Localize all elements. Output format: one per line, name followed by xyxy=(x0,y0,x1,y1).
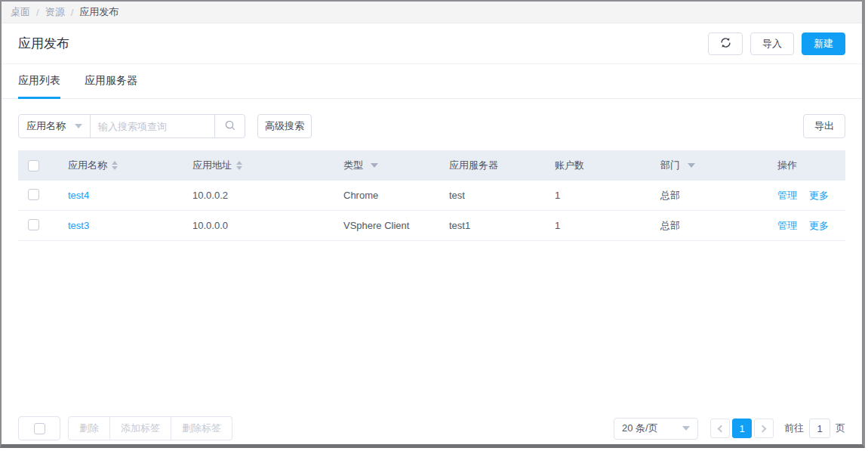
chevron-left-icon xyxy=(718,425,725,432)
next-page-button[interactable] xyxy=(754,419,774,438)
row-select-cell xyxy=(18,219,68,233)
table-row: test4 10.0.0.2 Chrome test 1 总部 管理 更多 xyxy=(18,181,845,211)
search-button[interactable] xyxy=(214,115,245,137)
column-label: 应用地址 xyxy=(192,159,232,172)
table-body: test4 10.0.0.2 Chrome test 1 总部 管理 更多 te… xyxy=(18,181,845,241)
app-server-cell: test xyxy=(449,190,555,201)
refresh-icon xyxy=(720,37,731,51)
breadcrumb-desktop[interactable]: 桌面 xyxy=(11,5,30,19)
remove-tag-button[interactable]: 删除标签 xyxy=(171,416,232,440)
more-link[interactable]: 更多 xyxy=(809,219,829,233)
advanced-search-button[interactable]: 高级搜索 xyxy=(257,114,312,138)
actions-cell: 管理 更多 xyxy=(777,189,845,202)
column-header-department: 部门 xyxy=(660,159,777,172)
goto-page-input[interactable] xyxy=(809,419,830,438)
add-tag-button[interactable]: 添加标签 xyxy=(110,416,171,440)
search-input[interactable] xyxy=(91,115,214,137)
import-button[interactable]: 导入 xyxy=(750,32,794,55)
column-label: 账户数 xyxy=(555,159,584,172)
page-size-select[interactable]: 20 条/页 xyxy=(614,418,698,440)
select-all-checkbox[interactable] xyxy=(28,160,39,171)
refresh-button[interactable] xyxy=(708,32,743,55)
footer-bar: 删除 添加标签 删除标签 20 条/页 1 前往 页 xyxy=(18,416,845,440)
column-header-app-name: 应用名称 xyxy=(68,159,192,172)
column-header-type: 类型 xyxy=(343,159,449,172)
select-all-cell xyxy=(18,160,68,171)
column-label: 操作 xyxy=(777,159,797,172)
sort-icon[interactable] xyxy=(236,161,242,170)
tab-app-servers[interactable]: 应用服务器 xyxy=(85,64,137,99)
column-header-accounts: 账户数 xyxy=(555,159,660,172)
pagination: 20 条/页 1 前往 页 xyxy=(614,418,845,440)
department-cell: 总部 xyxy=(660,189,777,202)
chevron-down-icon xyxy=(682,426,690,431)
app-name-link[interactable]: test3 xyxy=(68,220,89,231)
search-field-value: 应用名称 xyxy=(26,119,66,133)
goto-page: 前往 页 xyxy=(784,419,845,438)
sort-icon[interactable] xyxy=(112,161,118,170)
column-label: 应用服务器 xyxy=(449,159,498,172)
pager: 1 xyxy=(710,419,774,438)
column-header-actions: 操作 xyxy=(777,159,845,172)
export-button[interactable]: 导出 xyxy=(803,114,845,138)
row-checkbox[interactable] xyxy=(28,189,39,200)
breadcrumb-separator: / xyxy=(71,7,74,18)
page-size-value: 20 条/页 xyxy=(622,422,658,435)
manage-link[interactable]: 管理 xyxy=(777,219,797,233)
page-title: 应用发布 xyxy=(18,35,69,52)
row-select-cell xyxy=(18,189,68,202)
table-header-row: 应用名称 应用地址 类型 应用服务器 账户数 部门 操作 xyxy=(18,150,845,181)
page-header: 应用发布 导入 新建 xyxy=(2,23,862,64)
column-label: 应用名称 xyxy=(68,159,107,172)
breadcrumb-current: 应用发布 xyxy=(79,5,119,19)
app-name-cell: test3 xyxy=(68,220,192,231)
column-header-app-server: 应用服务器 xyxy=(449,159,555,172)
type-cell: VSphere Client xyxy=(343,220,449,231)
column-label: 部门 xyxy=(660,159,680,172)
chevron-down-icon xyxy=(75,124,82,128)
current-page-button[interactable]: 1 xyxy=(732,419,752,438)
toolbar: 应用名称 高级搜索 导出 xyxy=(2,114,862,138)
goto-label: 前往 xyxy=(784,422,804,435)
tabs: 应用列表 应用服务器 xyxy=(2,64,862,99)
breadcrumb: 桌面 / 资源 / 应用发布 xyxy=(2,2,862,23)
search-field-select[interactable]: 应用名称 xyxy=(19,115,91,137)
header-actions: 导入 新建 xyxy=(708,32,845,55)
app-address-cell: 10.0.0.2 xyxy=(192,190,343,201)
app-address-cell: 10.0.0.0 xyxy=(192,220,343,231)
bulk-actions: 删除 添加标签 删除标签 xyxy=(68,416,232,440)
column-header-app-address: 应用地址 xyxy=(192,159,343,172)
app-window: 桌面 / 资源 / 应用发布 应用发布 导入 新建 应用 xyxy=(0,0,865,448)
app-name-link[interactable]: test4 xyxy=(68,190,89,201)
page-unit-label: 页 xyxy=(836,422,845,435)
chevron-right-icon xyxy=(759,425,767,432)
create-button[interactable]: 新建 xyxy=(802,32,845,55)
filter-icon[interactable] xyxy=(688,163,695,168)
department-cell: 总部 xyxy=(660,219,777,233)
tab-app-list[interactable]: 应用列表 xyxy=(18,64,60,99)
actions-cell: 管理 更多 xyxy=(777,219,845,233)
manage-link[interactable]: 管理 xyxy=(777,189,797,202)
footer-select-all-checkbox xyxy=(34,423,45,434)
row-checkbox[interactable] xyxy=(28,219,39,230)
app-name-cell: test4 xyxy=(68,190,192,201)
accounts-cell: 1 xyxy=(555,190,660,201)
filter-icon[interactable] xyxy=(371,163,378,168)
breadcrumb-separator: / xyxy=(36,7,39,18)
breadcrumb-resources[interactable]: 资源 xyxy=(45,5,65,19)
accounts-cell: 1 xyxy=(555,220,660,231)
search-icon xyxy=(224,119,236,134)
delete-button[interactable]: 删除 xyxy=(68,416,110,440)
prev-page-button[interactable] xyxy=(710,419,730,438)
app-server-cell: test1 xyxy=(449,220,555,231)
footer-select-all-button[interactable] xyxy=(18,416,60,440)
type-cell: Chrome xyxy=(343,190,449,201)
column-label: 类型 xyxy=(343,159,363,172)
more-link[interactable]: 更多 xyxy=(809,189,829,202)
search-group: 应用名称 xyxy=(18,114,245,138)
app-table: 应用名称 应用地址 类型 应用服务器 账户数 部门 操作 xyxy=(18,150,845,241)
table-row: test3 10.0.0.0 VSphere Client test1 1 总部… xyxy=(18,211,845,241)
